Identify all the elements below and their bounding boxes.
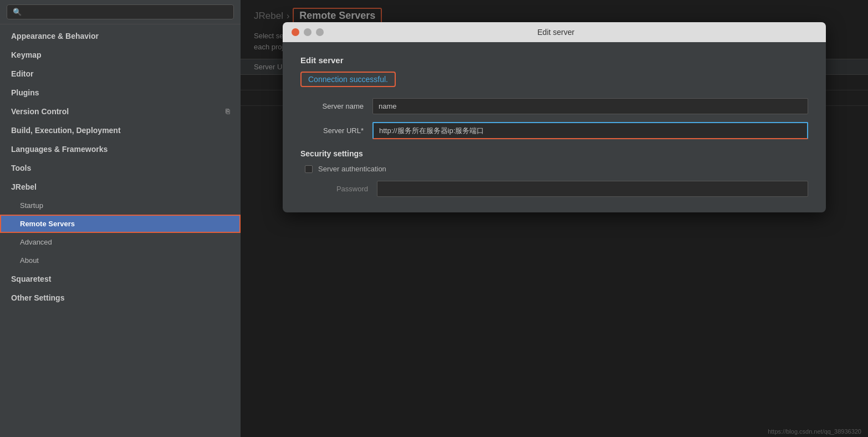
connection-status: Connection successful. bbox=[300, 72, 396, 87]
password-input[interactable] bbox=[377, 181, 808, 197]
modal-overlay: Edit server Edit server Connection succe… bbox=[241, 0, 868, 437]
server-url-input[interactable] bbox=[372, 122, 808, 139]
modal-titlebar: Edit server bbox=[283, 22, 826, 42]
edit-server-modal: Edit server Edit server Connection succe… bbox=[283, 22, 826, 212]
server-name-label: Server name bbox=[300, 102, 372, 110]
sidebar-item-keymap[interactable]: Keymap bbox=[0, 45, 241, 64]
sidebar-item-tools[interactable]: Tools bbox=[0, 159, 241, 177]
main-panel: JRebel › Remote Servers Select servers f… bbox=[241, 0, 868, 437]
server-name-input[interactable] bbox=[372, 98, 808, 114]
sidebar-item-languages[interactable]: Languages & Frameworks bbox=[0, 140, 241, 159]
sidebar-item-plugins[interactable]: Plugins bbox=[0, 83, 241, 102]
sidebar-item-startup[interactable]: Startup bbox=[0, 196, 241, 215]
server-auth-label: Server authentication bbox=[318, 165, 386, 173]
modal-body: Edit server Connection successful. Serve… bbox=[283, 42, 826, 212]
password-row: Password bbox=[300, 181, 808, 197]
server-url-label: Server URL* bbox=[300, 126, 372, 135]
sidebar-item-remote-servers[interactable]: Remote Servers bbox=[0, 215, 241, 233]
sidebar-item-about[interactable]: About bbox=[0, 251, 241, 270]
sidebar-item-squaretest[interactable]: Squaretest bbox=[0, 270, 241, 288]
server-url-row: Server URL* bbox=[300, 122, 808, 139]
security-settings-section: Security settings Server authentication … bbox=[300, 149, 808, 197]
search-icon: 🔍 bbox=[13, 8, 22, 16]
server-auth-row: Server authentication bbox=[300, 165, 808, 173]
sidebar-item-jrebel[interactable]: JRebel bbox=[0, 177, 241, 196]
password-label: Password bbox=[305, 185, 377, 193]
sidebar-item-build[interactable]: Build, Execution, Deployment bbox=[0, 121, 241, 140]
edit-server-section-title: Edit server bbox=[300, 55, 808, 65]
sidebar-item-other-settings[interactable]: Other Settings bbox=[0, 288, 241, 307]
server-name-row: Server name bbox=[300, 98, 808, 114]
copy-icon: ⎘ bbox=[226, 108, 229, 115]
modal-title: Edit server bbox=[295, 28, 817, 37]
sidebar: 🔍 ​ Appearance & Behavior Keymap Editor … bbox=[0, 0, 241, 437]
security-title: Security settings bbox=[300, 149, 808, 158]
sidebar-item-advanced[interactable]: Advanced bbox=[0, 233, 241, 251]
sidebar-item-version-control[interactable]: Version Control ⎘ bbox=[0, 102, 241, 121]
server-auth-checkbox[interactable] bbox=[305, 165, 313, 173]
search-bar: 🔍 ​ bbox=[0, 0, 241, 24]
sidebar-list: Appearance & Behavior Keymap Editor Plug… bbox=[0, 24, 241, 437]
sidebar-item-editor[interactable]: Editor bbox=[0, 64, 241, 83]
sidebar-item-appearance[interactable]: Appearance & Behavior bbox=[0, 27, 241, 45]
search-input-container[interactable]: 🔍 ​ bbox=[7, 4, 234, 19]
